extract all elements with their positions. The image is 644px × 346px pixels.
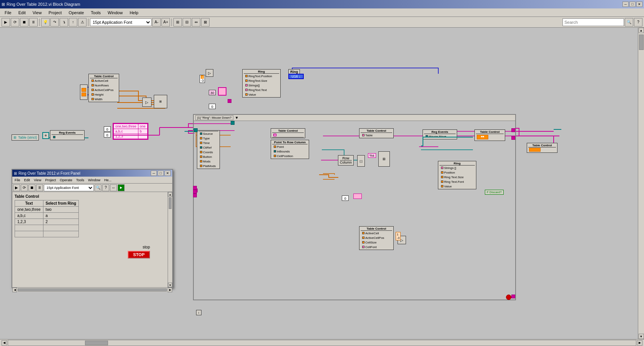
scroll-down-button[interactable]: ▼ — [639, 334, 644, 339]
fp-scroll-thumb[interactable] — [169, 197, 171, 209]
fp-table-row-1: one,two,three two — [15, 207, 79, 213]
fp-cell-empty-5a[interactable] — [15, 231, 43, 237]
scroll-right-button[interactable]: ▶ — [637, 340, 642, 346]
align-button[interactable]: ⊞ — [173, 18, 182, 26]
font-size-inc[interactable]: A+ — [161, 18, 170, 26]
const-0-bottom: 0 — [209, 104, 216, 109]
h-scroll-thumb[interactable] — [85, 341, 108, 345]
menu-operate[interactable]: Operate — [66, 10, 87, 16]
warn-button[interactable]: ⚠ — [78, 18, 87, 26]
minimize-button[interactable]: ─ — [622, 2, 629, 7]
font-size-dec[interactable]: A- — [152, 18, 161, 26]
fp-cell-empty-5b[interactable] — [43, 231, 78, 237]
menu-view[interactable]: View — [30, 10, 45, 16]
bottom-terminal — [506, 295, 511, 300]
reg-events-2-title: Reg Events — [424, 130, 456, 134]
abort-button[interactable]: ⏹ — [20, 18, 28, 26]
fp-menu-tools[interactable]: Tools — [75, 178, 86, 182]
font-selector[interactable]: 15pt Application Font — [90, 18, 151, 26]
reg-events-node-2: Reg Events Mouse Move — [423, 129, 457, 139]
pink-indicator-inner — [353, 194, 362, 199]
stop-label: stop — [143, 245, 150, 249]
fp-toolbar-2[interactable]: ⟳ — [21, 184, 28, 191]
run-cont-button[interactable]: ⟳ — [11, 18, 19, 26]
reg-events-1-port — [52, 135, 83, 139]
fp-menu-view[interactable]: View — [32, 178, 43, 182]
vertical-scrollbar[interactable]: ▲ ▼ — [638, 28, 644, 339]
fp-font-selector[interactable]: 15pt Application Font — [44, 184, 94, 191]
fp-toolbar: ▶ ⟳ ⏹ ⏸ 15pt Application Font 🔍 ? ↔ ▶ — [12, 184, 172, 192]
fp-menu-operate[interactable]: Operate — [58, 178, 74, 182]
fp-title-text: Ring Over Table 2012.vi Front Panel — [18, 171, 80, 175]
table-control-1-title: Table Control — [90, 74, 118, 78]
scroll-left-button[interactable]: ◀ — [2, 340, 7, 346]
event-struct-arrow[interactable]: ▼ — [235, 116, 239, 120]
increment-node: ▷ — [142, 98, 151, 107]
fp-cell-text-1[interactable]: one,two,three — [15, 207, 43, 213]
fp-cell-ring-1[interactable]: two — [43, 207, 78, 213]
fp-pause-button[interactable]: ⏸ — [36, 184, 43, 191]
help-button[interactable]: ? — [634, 18, 642, 26]
search-button[interactable]: 🔍 — [625, 18, 633, 26]
fp-table-control-label: Table Control — [15, 194, 165, 199]
fp-extra[interactable]: ▶ — [118, 184, 125, 191]
menu-project[interactable]: Project — [45, 10, 65, 16]
fp-menu-edit[interactable]: Edit — [23, 178, 32, 182]
fp-restore-button[interactable]: □ — [158, 171, 164, 176]
fp-scroll-up[interactable]: ▲ — [168, 192, 172, 197]
app-icon: ⊞ — [2, 2, 5, 7]
event-struct-selector[interactable]: [1] "Ring": Mouse Down? — [195, 115, 233, 120]
sep1 — [39, 18, 40, 26]
scroll-thumb-v[interactable] — [639, 35, 644, 50]
menu-help[interactable]: Help — [126, 10, 141, 16]
step-out-button[interactable]: ↑ — [69, 18, 77, 26]
fp-cell-text-2[interactable]: a,b,c — [15, 213, 43, 219]
numeric-cluster-1: 1 -3 — [396, 232, 401, 240]
fp-cell-ring-2[interactable]: a — [43, 213, 78, 219]
close-button[interactable]: ✕ — [636, 2, 642, 7]
fp-help-button[interactable]: ? — [102, 184, 109, 191]
menu-file[interactable]: File — [2, 10, 15, 16]
fp-menu-he[interactable]: He... — [103, 178, 113, 182]
fp-abort-button[interactable]: ⏹ — [28, 184, 35, 191]
step-over-button[interactable]: ↷ — [50, 18, 59, 26]
fp-scrollbar[interactable]: ▲ ▼ — [168, 192, 172, 287]
dist-button[interactable]: ⊟ — [183, 18, 191, 26]
fp-menu-window[interactable]: Window — [87, 178, 102, 182]
fp-run-button[interactable]: ▶ — [13, 184, 20, 191]
fp-scroll-down[interactable]: ▼ — [168, 283, 172, 287]
search-input[interactable] — [562, 18, 624, 26]
menu-edit[interactable]: Edit — [15, 10, 29, 16]
fp-cell-empty-4a[interactable] — [15, 225, 43, 231]
horizontal-scrollbar[interactable] — [8, 340, 636, 346]
resize-button[interactable]: ⇔ — [192, 18, 200, 26]
fp-menu-file[interactable]: File — [13, 178, 22, 182]
fp-close-button[interactable]: ✕ — [165, 171, 171, 176]
fp-scrollbar-h[interactable]: ◀ ▶ — [12, 287, 172, 292]
stop-button[interactable]: STOP — [128, 251, 150, 258]
const-zero-1: 0 — [104, 126, 111, 132]
fp-table-row-3: 1,2,3 2 — [15, 219, 79, 225]
fp-zoom-button[interactable]: 🔍 — [95, 184, 102, 191]
fp-menu-project[interactable]: Project — [43, 178, 57, 182]
right-tunnel-mid — [511, 136, 515, 140]
fp-run-arrows[interactable]: ↔ — [110, 184, 117, 191]
menu-window[interactable]: Window — [105, 10, 126, 16]
step-into-button[interactable]: ↴ — [60, 18, 68, 26]
reorder-button[interactable]: ⊠ — [201, 18, 210, 26]
fp-minimize-button[interactable]: ─ — [151, 171, 157, 176]
highlight-button[interactable]: 💡 — [41, 18, 50, 26]
fp-hscroll-left[interactable]: ◀ — [12, 288, 17, 292]
fp-cell-empty-4b[interactable] — [43, 225, 78, 231]
restore-button[interactable]: □ — [629, 2, 636, 7]
event-struct-header: [1] "Ring": Mouse Down? ▼ — [194, 115, 515, 121]
menu-tools[interactable]: Tools — [88, 10, 104, 16]
fp-hscroll-right[interactable]: ▶ — [168, 288, 172, 292]
pause-button[interactable]: ⏸ — [29, 18, 38, 26]
run-button[interactable]: ▶ — [2, 18, 10, 26]
scroll-up-button[interactable]: ▲ — [639, 28, 644, 33]
fp-cell-ring-3[interactable]: 2 — [43, 219, 78, 225]
fp-cell-text-3[interactable]: 1,2,3 — [15, 219, 43, 225]
fp-hscroll-thumb[interactable] — [18, 288, 167, 291]
table-control-node-4: Table Control ActiveCell ActiveCellPos C… — [359, 226, 394, 250]
